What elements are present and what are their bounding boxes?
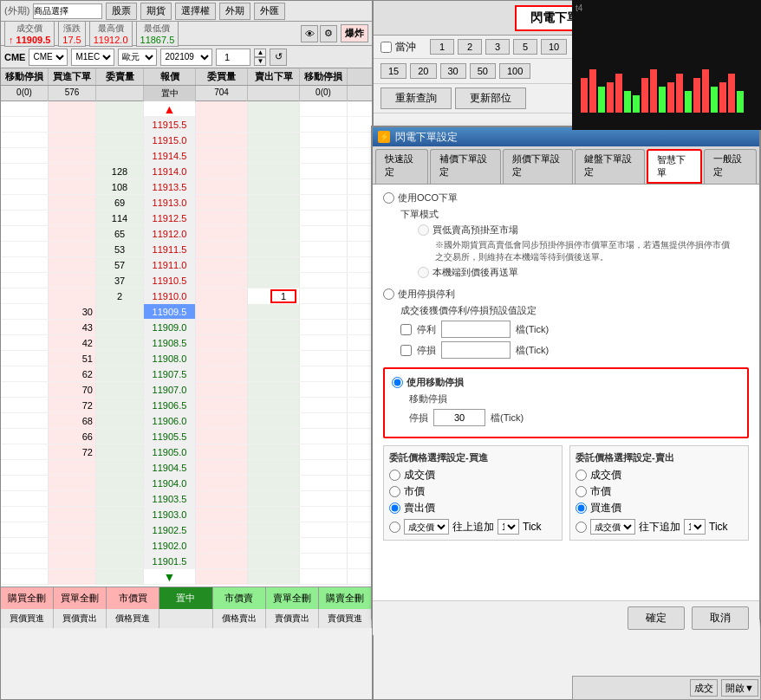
options-btn[interactable]: 選擇權 [175, 3, 216, 20]
price-buy-follow-select[interactable]: 成交價 [404, 519, 449, 535]
tab-smart[interactable]: 智慧下單 [647, 149, 701, 184]
ob-sell-order-cell[interactable] [248, 117, 300, 132]
table-row[interactable]: ▼ [1, 569, 372, 585]
confirm-btn[interactable]: 確定 [628, 606, 685, 630]
qty-50-btn[interactable]: 50 [470, 63, 496, 79]
exchange-select[interactable]: CME [29, 49, 68, 66]
market-sell-btn[interactable]: 市價賣 [213, 587, 266, 609]
ob-sell-order-cell[interactable] [248, 335, 300, 350]
table-row[interactable]: 7011907.0 [1, 382, 372, 398]
qty-5-btn[interactable]: 5 [513, 39, 537, 55]
ob-sell-order-cell[interactable] [248, 242, 300, 256]
ob-buy-order-cell[interactable]: 68 [49, 413, 96, 428]
sell-all-cancel-btn[interactable]: 購賣全刪 [319, 587, 372, 609]
qty-down-btn[interactable]: ▼ [254, 57, 266, 66]
ob-buy-order-cell[interactable]: 62 [49, 366, 96, 381]
table-row[interactable]: 11903.5 [1, 491, 372, 507]
ob-sell-order-cell[interactable] [248, 148, 300, 163]
price-sell-follow-select[interactable]: 成交價 [590, 519, 635, 535]
ob-buy-order-cell[interactable] [49, 195, 96, 210]
ob-sell-order-cell[interactable] [248, 429, 300, 444]
month-select[interactable]: 202109 [160, 49, 212, 66]
buy-price-buy-btn[interactable]: 買價買進 [1, 609, 54, 628]
table-row[interactable]: 6611905.5 [1, 429, 372, 444]
ob-sell-order-cell[interactable] [248, 164, 300, 178]
qty-2-btn[interactable]: 2 [458, 39, 482, 55]
ob-price-cell[interactable]: ▼ [144, 569, 196, 585]
ob-price-cell[interactable]: 11909.0 [144, 320, 196, 334]
table-row[interactable]: 12811914.0 [1, 164, 372, 179]
ob-sell-order-cell[interactable] [248, 273, 300, 288]
ob-price-cell[interactable]: 11905.0 [144, 444, 196, 459]
qty-3-btn[interactable]: 3 [485, 39, 510, 55]
table-row[interactable]: 211910.0 [1, 288, 372, 304]
price-sell-follow-radio[interactable] [576, 522, 587, 533]
profit-input[interactable] [441, 321, 511, 338]
ob-buy-order-cell[interactable]: 66 [49, 429, 96, 444]
table-row[interactable]: 4211908.5 [1, 335, 372, 351]
ob-price-cell[interactable]: 11915.0 [144, 133, 196, 147]
ob-price-cell[interactable]: ▲ [144, 101, 196, 117]
tab-quick[interactable]: 快速設定 [375, 149, 428, 184]
ob-price-cell[interactable]: 11902.0 [144, 538, 196, 553]
ob-sell-order-cell[interactable] [248, 366, 300, 381]
ob-price-cell[interactable]: 11911.0 [144, 257, 196, 272]
tab-freq[interactable]: 頻價下單設定 [503, 149, 573, 184]
table-row[interactable]: 11901.5 [1, 554, 372, 569]
eye-icon[interactable]: 👁 [301, 25, 318, 42]
foreign-futures-btn[interactable]: 外期 [219, 3, 250, 20]
bomb-btn[interactable]: 爆炸 [341, 24, 368, 42]
price-sell-btn[interactable]: 價格賣出 [213, 609, 266, 628]
oco-mode-radio2[interactable] [418, 267, 429, 278]
ob-price-cell[interactable]: 11912.5 [144, 211, 196, 225]
ob-price-cell[interactable]: 11903.5 [144, 491, 196, 506]
ob-price-cell[interactable]: 11904.5 [144, 460, 196, 475]
oco-mode-radio1[interactable] [418, 224, 429, 236]
table-row[interactable]: 11914.5 [1, 148, 372, 164]
qty-20-btn[interactable]: 20 [410, 63, 436, 79]
ob-price-cell[interactable]: 11912.0 [144, 226, 196, 241]
table-row[interactable]: 4311909.0 [1, 320, 372, 335]
tab-keyboard[interactable]: 鍵盤下單設定 [575, 149, 645, 184]
table-row[interactable]: ▲ [1, 101, 372, 117]
contract-select[interactable]: M1EC [71, 49, 114, 66]
ob-price-cell[interactable]: 11901.5 [144, 554, 196, 568]
ob-sell-order-cell[interactable] [248, 288, 300, 304]
ob-buy-order-cell[interactable] [49, 133, 96, 147]
ob-price-cell[interactable]: 11914.0 [144, 164, 196, 178]
sell-price-buy-btn[interactable]: 賣價買進 [319, 609, 372, 628]
ob-buy-order-cell[interactable] [49, 164, 96, 178]
ob-buy-order-cell[interactable] [49, 522, 96, 537]
ob-price-cell[interactable]: 11907.0 [144, 382, 196, 397]
buy-price-sell-btn[interactable]: 買價賣出 [54, 609, 107, 628]
qty-100-btn[interactable]: 100 [499, 63, 530, 79]
ob-buy-order-cell[interactable]: 70 [49, 382, 96, 397]
table-row[interactable]: 3011909.5 [1, 304, 372, 320]
ob-price-cell[interactable]: 11915.5 [144, 117, 196, 132]
settings-icon[interactable]: ⚙ [320, 25, 337, 42]
ob-sell-order-cell[interactable] [248, 257, 300, 272]
table-row[interactable]: 6811906.0 [1, 413, 372, 429]
buy-all-cancel-btn[interactable]: 購買全刪 [1, 587, 54, 609]
table-row[interactable]: 10811913.5 [1, 179, 372, 195]
price-buy-btn[interactable]: 價格買進 [107, 609, 159, 628]
ob-buy-order-cell[interactable] [49, 491, 96, 506]
ob-sell-order-cell[interactable] [248, 179, 300, 194]
qty-15-btn[interactable]: 15 [380, 63, 407, 79]
trailing-radio[interactable] [392, 377, 403, 388]
sell-price-sell-btn[interactable]: 賣價賣出 [266, 609, 319, 628]
price-sell-follow-val-select[interactable]: 1 [684, 519, 706, 535]
table-row[interactable]: 7211905.0 [1, 444, 372, 460]
ob-price-cell[interactable]: 11902.5 [144, 522, 196, 537]
sell-order-input[interactable] [270, 289, 296, 303]
ob-buy-order-cell[interactable]: 72 [49, 444, 96, 459]
price-sell-radio1[interactable] [576, 470, 587, 481]
tab-supplement[interactable]: 補價下單設定 [430, 149, 500, 184]
ob-sell-order-cell[interactable] [248, 382, 300, 397]
table-row[interactable]: 3711910.5 [1, 273, 372, 288]
ob-price-cell[interactable]: 11908.0 [144, 351, 196, 366]
ob-sell-order-cell[interactable] [248, 522, 300, 537]
ob-price-cell[interactable]: 11904.0 [144, 476, 196, 490]
ob-price-cell[interactable]: 11908.5 [144, 335, 196, 350]
market-buy-btn[interactable]: 市價買 [107, 587, 159, 609]
